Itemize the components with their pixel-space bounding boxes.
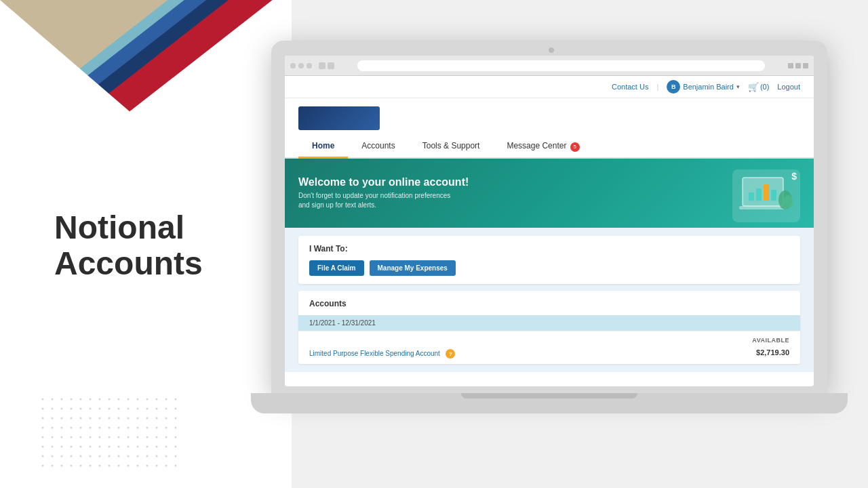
dollar-sign: $ bbox=[791, 171, 797, 182]
main-content: I Want To: File A Claim Manage My Expens… bbox=[285, 228, 814, 373]
browser-dot-green bbox=[307, 63, 312, 68]
account-name[interactable]: Limited Purpose Flexible Spending Accoun… bbox=[309, 350, 440, 357]
tab-message-center[interactable]: Message Center 5 bbox=[493, 136, 593, 157]
user-name[interactable]: Benjamin Baird bbox=[683, 83, 734, 91]
svg-rect-4 bbox=[756, 188, 762, 201]
cart-section[interactable]: 🛒 (0) bbox=[748, 82, 769, 92]
hero-banner: Welcome to your online account! Don't fo… bbox=[285, 159, 814, 228]
account-name-section: Limited Purpose Flexible Spending Accoun… bbox=[309, 346, 455, 359]
i-want-to-title: I Want To: bbox=[309, 244, 789, 253]
accounts-card: Accounts 1/1/2021 - 12/31/2021 AVAILABLE bbox=[298, 291, 800, 365]
svg-rect-6 bbox=[771, 190, 776, 201]
hero-chart-svg bbox=[739, 176, 793, 216]
laptop-camera bbox=[549, 47, 554, 53]
date-range-text: 1/1/2021 - 12/31/2021 bbox=[309, 319, 376, 327]
chart-container bbox=[732, 169, 800, 222]
browser-urlbar bbox=[357, 60, 765, 71]
svg-point-9 bbox=[783, 195, 793, 209]
action-buttons: File A Claim Manage My Expenses bbox=[309, 260, 789, 276]
svg-rect-3 bbox=[749, 192, 754, 201]
file-claim-button[interactable]: File A Claim bbox=[309, 260, 364, 276]
i-want-to-card: I Want To: File A Claim Manage My Expens… bbox=[298, 236, 800, 284]
browser-action-icons bbox=[788, 63, 808, 68]
cart-count: (0) bbox=[760, 83, 769, 91]
tab-accounts[interactable]: Accounts bbox=[348, 136, 408, 157]
hero-title: Welcome to your online account! bbox=[298, 176, 469, 188]
tab-tools-support[interactable]: Tools & Support bbox=[409, 136, 494, 157]
page-content: Contact Us | B Benjamin Baird ▾ 🛒 (0) Lo… bbox=[285, 76, 814, 386]
svg-rect-1 bbox=[41, 397, 176, 472]
cart-icon: 🛒 bbox=[748, 82, 759, 92]
svg-rect-7 bbox=[739, 206, 787, 209]
page-title: Notional Accounts bbox=[54, 210, 203, 282]
logout-link[interactable]: Logout bbox=[777, 83, 800, 91]
svg-rect-5 bbox=[764, 184, 769, 201]
laptop-screen: Contact Us | B Benjamin Baird ▾ 🛒 (0) Lo… bbox=[285, 56, 814, 386]
account-amount: $2,719.30 bbox=[756, 348, 789, 357]
tab-home[interactable]: Home bbox=[298, 136, 348, 157]
browser-nav-icons bbox=[319, 62, 334, 69]
date-range-bar: 1/1/2021 - 12/31/2021 bbox=[298, 315, 800, 331]
manage-expenses-button[interactable]: Manage My Expenses bbox=[370, 260, 456, 276]
nav-tabs: Home Accounts Tools & Support Message Ce… bbox=[285, 136, 814, 159]
message-center-badge: 5 bbox=[570, 142, 580, 152]
user-section: B Benjamin Baird ▾ bbox=[667, 80, 740, 94]
browser-dot-red bbox=[290, 63, 296, 68]
dot-pattern bbox=[41, 397, 176, 474]
accounts-card-title: Accounts bbox=[298, 291, 800, 315]
laptop-bezel: Contact Us | B Benjamin Baird ▾ 🛒 (0) Lo… bbox=[271, 41, 827, 393]
hero-graphic: $ bbox=[732, 169, 800, 217]
laptop-mockup: Contact Us | B Benjamin Baird ▾ 🛒 (0) Lo… bbox=[271, 41, 854, 441]
hero-text: Welcome to your online account! Don't fo… bbox=[298, 176, 469, 210]
user-dropdown-arrow: ▾ bbox=[736, 83, 740, 90]
account-row-header: AVAILABLE bbox=[309, 337, 789, 344]
available-label: AVAILABLE bbox=[752, 337, 789, 344]
svg-rect-2 bbox=[743, 178, 783, 206]
account-row: AVAILABLE Limited Purpose Flexible Spend… bbox=[298, 331, 800, 365]
user-avatar: B bbox=[667, 80, 680, 94]
account-row-data: Limited Purpose Flexible Spending Accoun… bbox=[309, 346, 789, 359]
logo-area bbox=[285, 98, 814, 136]
top-header: Contact Us | B Benjamin Baird ▾ 🛒 (0) Lo… bbox=[285, 76, 814, 98]
browser-chrome bbox=[285, 56, 814, 76]
header-divider: | bbox=[656, 83, 658, 91]
contact-us-link[interactable]: Contact Us bbox=[612, 83, 648, 91]
laptop-notch bbox=[461, 393, 637, 399]
hero-subtitle: Don't forget to update your notification… bbox=[298, 191, 461, 210]
info-icon[interactable]: ? bbox=[446, 349, 455, 359]
laptop-base bbox=[251, 393, 848, 413]
browser-dot-yellow bbox=[298, 63, 304, 68]
company-logo bbox=[298, 106, 380, 130]
